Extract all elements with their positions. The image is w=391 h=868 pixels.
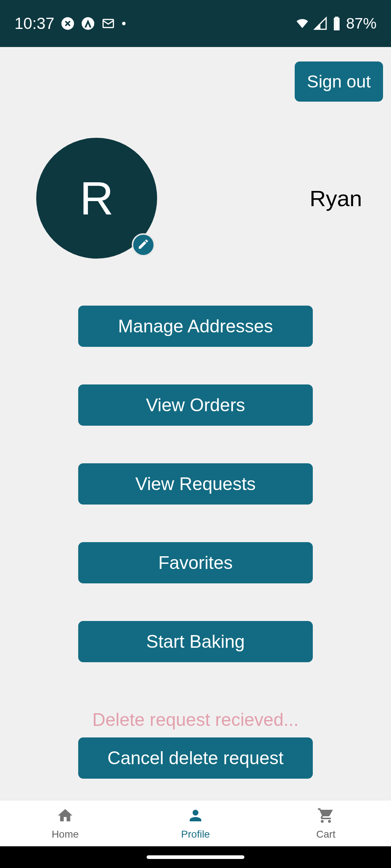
tag-icon (61, 17, 75, 30)
nav-cart[interactable]: Cart (261, 800, 391, 846)
nav-home[interactable]: Home (0, 800, 130, 846)
cart-icon (317, 807, 335, 826)
system-nav-bar (0, 846, 391, 868)
view-orders-button[interactable]: View Orders (78, 384, 313, 426)
nav-cart-label: Cart (316, 829, 336, 840)
avatar-wrapper: R (36, 138, 157, 259)
signout-row: Sign out (0, 47, 391, 102)
status-time: 10:37 (14, 14, 54, 33)
start-baking-button[interactable]: Start Baking (78, 621, 313, 662)
mail-icon (101, 17, 115, 30)
status-bar-right: 87% (295, 15, 377, 32)
view-requests-button[interactable]: View Requests (78, 463, 313, 505)
edit-avatar-button[interactable] (132, 233, 155, 256)
battery-percent: 87% (346, 15, 377, 32)
delete-status-text: Delete request recieved... (92, 709, 299, 730)
bottom-nav: Home Profile Cart (0, 800, 391, 846)
cellular-icon (314, 17, 327, 30)
nav-profile[interactable]: Profile (130, 800, 261, 846)
manage-addresses-button[interactable]: Manage Addresses (78, 306, 313, 347)
cancel-delete-button[interactable]: Cancel delete request (78, 737, 313, 779)
action-buttons: Manage Addresses View Orders View Reques… (0, 259, 391, 662)
pencil-icon (137, 238, 150, 252)
svg-point-3 (122, 22, 126, 25)
app-notification-icon (81, 17, 95, 30)
battery-icon (332, 17, 342, 30)
nav-profile-label: Profile (181, 829, 210, 840)
status-bar-left: 10:37 (14, 14, 126, 33)
nav-pill[interactable] (147, 855, 244, 859)
dot-icon (122, 21, 126, 26)
profile-name: Ryan (310, 186, 362, 211)
nav-home-label: Home (52, 829, 79, 840)
sign-out-button[interactable]: Sign out (295, 61, 383, 102)
favorites-button[interactable]: Favorites (78, 542, 313, 583)
app-content: Sign out R Ryan Manage Addresses View Or… (0, 47, 391, 800)
wifi-icon (295, 17, 309, 30)
svg-rect-4 (335, 20, 339, 29)
delete-section: Delete request recieved... Cancel delete… (0, 662, 391, 779)
profile-header: R Ryan (0, 102, 391, 259)
person-icon (187, 807, 204, 826)
avatar-initial: R (80, 171, 114, 225)
home-icon (56, 807, 74, 826)
status-bar: 10:37 87% (0, 0, 391, 47)
